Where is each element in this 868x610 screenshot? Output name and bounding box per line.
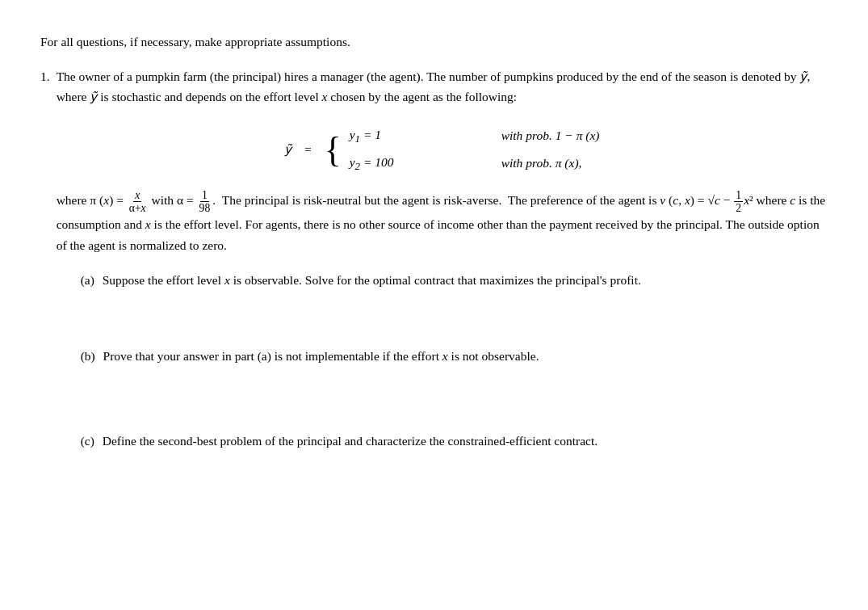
question-body: The owner of a pumpkin farm (the princip… xyxy=(57,67,828,452)
fraction-1-98: 198 xyxy=(198,189,212,214)
sub-question-c: (c) Define the second-best problem of th… xyxy=(81,431,828,452)
sub-b-text: Prove that your answer in part (a) is no… xyxy=(103,349,539,363)
equals-sign: = xyxy=(304,140,312,160)
q1-text1: The owner of a pumpkin farm (the princip… xyxy=(57,69,811,103)
case-row-2: y2 = 100 with prob. π (x), xyxy=(350,153,600,175)
sub-question-b: (b) Prove that your answer in part (a) i… xyxy=(81,347,828,367)
brace-system: { y1 = 1 with prob. 1 − π (x) y2 = 100 w… xyxy=(325,125,600,175)
left-brace: { xyxy=(325,133,342,167)
math-display: ỹ = { y1 = 1 with prob. 1 − π (x) y2 = 1… xyxy=(57,125,828,175)
paragraph-block: where π (x) = xα+x with α = 198. The pri… xyxy=(57,189,828,255)
case2-eq: y2 = 100 xyxy=(350,153,479,175)
case2-prob: with prob. π (x), xyxy=(501,154,582,174)
fraction-x-alpha: xα+x xyxy=(128,189,148,214)
sub-c-label: (c) xyxy=(81,434,94,448)
intro-text: For all questions, if necessary, make ap… xyxy=(40,32,828,51)
case1-prob: with prob. 1 − π (x) xyxy=(501,126,600,146)
sub-question-a: (a) Suppose the effort level x is observ… xyxy=(81,271,828,291)
sub-a-text: Suppose the effort level x is observable… xyxy=(103,273,641,287)
question-number: 1. xyxy=(40,67,50,86)
sub-c-text: Define the second-best problem of the pr… xyxy=(103,434,598,448)
y-tilde-var2: ỹ xyxy=(90,90,97,103)
fraction-half: 12 xyxy=(734,189,743,214)
y-tilde-display: ỹ xyxy=(284,140,291,160)
y-tilde-var: ỹ xyxy=(799,69,807,83)
cases-rows: y1 = 1 with prob. 1 − π (x) y2 = 100 wit… xyxy=(350,125,600,175)
sub-a-label: (a) xyxy=(81,273,94,287)
sub-b-label: (b) xyxy=(81,349,95,363)
case-row-1: y1 = 1 with prob. 1 − π (x) xyxy=(350,125,600,148)
question-1: 1. The owner of a pumpkin farm (the prin… xyxy=(40,67,828,452)
x-var: x xyxy=(322,90,328,103)
case1-eq: y1 = 1 xyxy=(350,125,479,148)
